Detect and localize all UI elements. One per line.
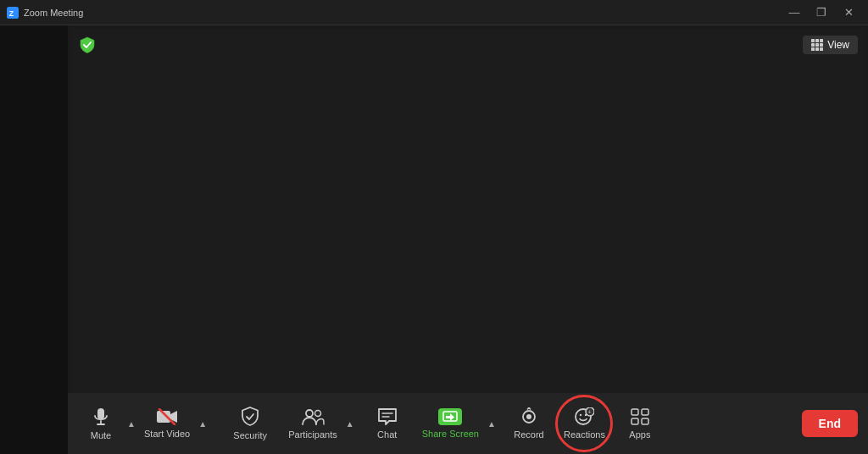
svg-point-8 [306, 410, 313, 417]
participants-button[interactable]: Participants [283, 397, 342, 450]
title-bar-left: Z Zoom Meeting [7, 7, 83, 19]
svg-point-9 [314, 411, 320, 417]
left-sidebar [0, 25, 68, 454]
mute-button[interactable]: Mute [78, 397, 124, 450]
title-bar: Z Zoom Meeting — ❐ ✕ [0, 0, 868, 25]
security-label: Security [233, 430, 267, 440]
mic-icon [92, 407, 110, 427]
video-icon [156, 408, 178, 425]
apps-label: Apps [629, 429, 650, 440]
record-label: Record [514, 429, 543, 440]
record-button[interactable]: Record [506, 397, 552, 450]
security-icon [241, 407, 259, 427]
mute-icon-wrap [92, 407, 110, 427]
zoom-logo-icon: Z [7, 7, 19, 19]
share-screen-button[interactable]: Share Screen [417, 397, 484, 450]
chat-icon [377, 407, 398, 426]
apps-button[interactable]: Apps [617, 397, 663, 450]
participants-chevron[interactable]: ▲ [342, 397, 358, 450]
reactions-icon-wrap: + [574, 407, 594, 426]
participants-icon [301, 407, 325, 426]
toolbar: Mute ▲ Start Video ▲ [68, 393, 868, 454]
share-chevron[interactable]: ▲ [484, 397, 499, 450]
end-button[interactable]: End [802, 410, 858, 437]
svg-text:Z: Z [9, 8, 14, 17]
svg-rect-2 [97, 408, 104, 419]
minimize-button[interactable]: — [782, 4, 807, 21]
record-icon [518, 407, 540, 426]
start-video-label: Start Video [144, 429, 190, 439]
svg-rect-24 [642, 418, 648, 424]
close-button[interactable]: ✕ [836, 4, 861, 21]
shield-check-icon [78, 36, 97, 54]
svg-rect-23 [632, 418, 638, 424]
reactions-label: Reactions [564, 429, 605, 440]
content-area: View Mute ▲ [68, 25, 868, 454]
svg-rect-22 [642, 409, 648, 415]
svg-marker-13 [446, 413, 454, 421]
participants-icon-wrap [301, 407, 325, 426]
share-indicator [438, 408, 462, 425]
main-container: View Mute ▲ [0, 25, 868, 454]
record-icon-wrap [518, 407, 540, 426]
restore-button[interactable]: ❐ [809, 4, 834, 21]
security-button[interactable]: Security [227, 397, 273, 450]
grid-icon [811, 39, 823, 51]
video-area: View [71, 29, 865, 393]
apps-icon [630, 407, 650, 426]
view-button[interactable]: View [803, 36, 858, 54]
share-screen-icon-wrap [438, 408, 462, 425]
participants-label: Participants [288, 429, 337, 440]
window-controls: — ❐ ✕ [782, 4, 861, 21]
mute-chevron[interactable]: ▲ [124, 397, 139, 450]
share-screen-label: Share Screen [422, 429, 479, 439]
apps-icon-wrap [630, 407, 650, 426]
reactions-button[interactable]: + Reactions [559, 397, 610, 450]
reactions-icon: + [574, 407, 594, 426]
svg-point-17 [580, 414, 581, 416]
svg-point-15 [526, 414, 531, 419]
mute-label: Mute [91, 430, 111, 440]
chat-button[interactable]: Chat [364, 397, 410, 450]
video-chevron[interactable]: ▲ [195, 397, 210, 450]
svg-rect-21 [632, 409, 638, 415]
video-icon-wrap [156, 408, 178, 425]
chat-label: Chat [377, 429, 397, 440]
security-icon-wrap [241, 407, 259, 427]
view-label: View [827, 39, 849, 51]
start-video-button[interactable]: Start Video [139, 397, 195, 450]
share-icon [442, 411, 458, 423]
svg-text:+: + [588, 409, 592, 415]
chat-icon-wrap [377, 407, 398, 426]
security-badge [78, 36, 97, 58]
window-title: Zoom Meeting [24, 8, 83, 18]
